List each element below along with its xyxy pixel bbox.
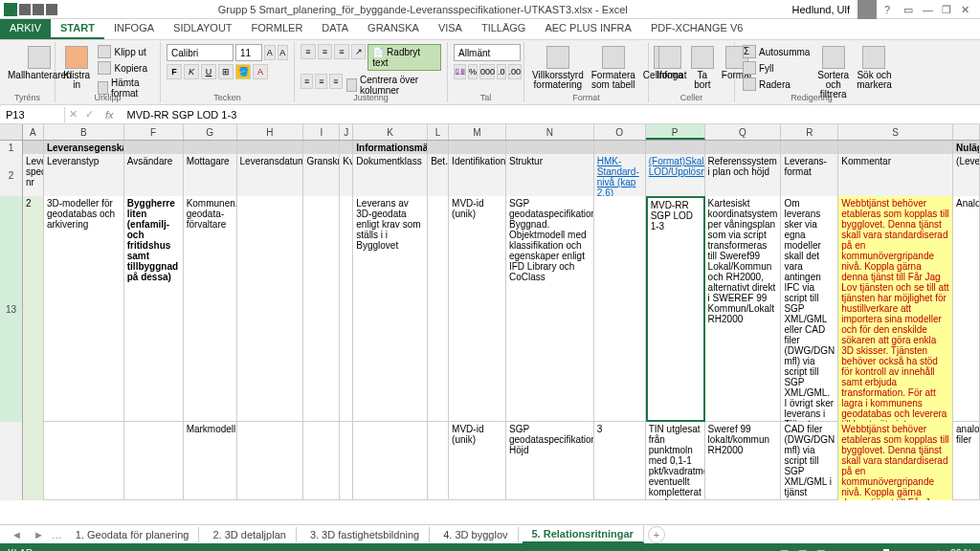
grow-font-icon[interactable]: A [264,45,276,60]
row-header-[interactable] [0,422,23,500]
col-header-R[interactable]: R [781,124,838,140]
close-icon[interactable]: ✕ [961,4,972,15]
tab-tillagg[interactable]: TILLÄGG [472,19,535,39]
cell[interactable] [303,196,340,422]
cell[interactable]: Leverans-format [781,154,838,196]
cell[interactable] [237,196,304,422]
align-center-icon[interactable]: ≡ [315,74,327,89]
cell[interactable] [184,141,237,154]
cell[interactable]: 2 [23,196,44,422]
cell[interactable] [303,141,340,154]
orientation-icon[interactable]: ↗ [351,44,367,59]
spreadsheet-grid[interactable]: ABFGHIJKLMNOPQRS 1LeveransegenskaperInfo… [0,124,980,524]
inc-decimal-icon[interactable]: .0 [497,64,506,79]
cell[interactable]: Bet. [428,154,449,196]
tab-sidlayout[interactable]: SIDLAYOUT [164,19,242,39]
cell[interactable] [237,141,304,154]
cell[interactable]: Leveranstyp [44,154,124,196]
cell[interactable]: Leverans spec nr [23,154,44,196]
view-break-icon[interactable]: ▧ [816,548,825,552]
name-box[interactable]: P13 [0,107,65,122]
tab-aec[interactable]: AEC PLUS Infra [535,19,640,39]
cell[interactable] [594,196,646,422]
cell[interactable] [124,141,184,154]
row-header-2[interactable]: 2 [0,154,23,196]
cell[interactable]: TIN utglesat från punktmoln med 0,1-1 pk… [646,422,705,500]
ribbon-opts-icon[interactable]: ▭ [903,4,915,15]
col-header-N[interactable]: N [506,124,594,140]
qat-undo-icon[interactable] [33,4,44,15]
cell[interactable] [23,422,44,500]
view-normal-icon[interactable]: ▦ [780,548,789,552]
cell[interactable]: Granskni [303,154,340,196]
col-header-S[interactable]: S [838,124,953,140]
fx-icon[interactable]: fx [98,109,122,121]
cell[interactable]: analog filer [953,422,980,500]
view-layout-icon[interactable]: ▤ [798,548,807,552]
border-icon[interactable]: ⊞ [218,64,234,79]
cell[interactable]: 3D-modeller för geodatabas och arkiverin… [44,196,124,422]
cell[interactable] [428,141,449,154]
cell[interactable]: Struktur [506,154,594,196]
qat-redo-icon[interactable] [46,4,57,15]
cell[interactable]: Byggherre liten (enfamilj- och fritidshu… [124,196,184,422]
row-header-13[interactable]: 13 [0,196,23,422]
font-size-select[interactable] [235,44,262,61]
font-color-icon[interactable]: A [253,64,268,79]
format-table-button[interactable]: Formatera som tabell [590,44,637,92]
cell[interactable] [237,422,304,500]
cell[interactable]: Analog [953,196,980,422]
sheet-tab-2[interactable]: 2. 3D detaljplan [203,527,296,542]
cell[interactable] [340,422,353,500]
insert-button[interactable]: Infoga [655,44,685,82]
fill-button[interactable]: Fyll [741,60,812,76]
fill-color-icon[interactable]: 🪣 [235,64,251,79]
col-header-M[interactable]: M [449,124,506,140]
cell[interactable]: Sweref 99 lokalt/kommun RH2000 [705,422,782,500]
cell[interactable]: Leveransdatum [237,154,304,196]
select-all-corner[interactable] [0,124,23,140]
cell[interactable] [303,422,340,500]
cell[interactable]: Markmodell [184,422,237,500]
zoom-level[interactable]: 90 % [950,548,972,552]
percent-icon[interactable]: % [468,64,478,79]
tab-nav-prev[interactable]: ◄ [8,529,26,540]
col-header-A[interactable]: A [23,124,44,140]
align-top-icon[interactable]: ≡ [301,44,316,59]
col-header-G[interactable]: G [184,124,237,140]
bold-icon[interactable]: F [167,64,182,79]
col-header-H[interactable]: H [237,124,304,140]
col-header-I[interactable]: I [303,124,340,140]
cell[interactable]: MVD-id (unik) [449,196,506,422]
find-select-button[interactable]: Sök och markera [855,44,894,92]
qat-save-icon[interactable] [19,4,31,15]
tab-list-icon[interactable]: … [52,529,62,540]
align-right-icon[interactable]: ≡ [329,74,342,89]
cell[interactable]: Kommunen, geodata-förvaltare [184,196,237,422]
cell[interactable]: CAD filer (DWG/DGN mfl) via script till … [781,422,838,500]
col-header-P[interactable]: P [646,124,705,140]
enter-icon[interactable]: ✓ [81,108,98,121]
tab-formler[interactable]: FORMLER [242,19,313,39]
cond-format-button[interactable]: Villkorsstyrd formatering [530,44,586,92]
col-header-[interactable] [953,124,980,140]
align-bot-icon[interactable]: ≡ [334,44,349,59]
tab-pdf[interactable]: PDF-XChange V6 [641,19,753,39]
shrink-font-icon[interactable]: A [278,45,289,60]
tab-arkiv[interactable]: ARKIV [0,19,51,39]
cell[interactable]: Leverans av 3D-geodata enligt krav som s… [353,196,428,422]
delete-button[interactable]: Ta bort [689,44,716,92]
copy-button[interactable]: Kopiera [96,60,154,76]
cell[interactable] [506,141,594,154]
cell[interactable] [353,422,428,500]
cell[interactable]: MVD-RR SGP LOD 1-3 [646,196,705,422]
cell[interactable]: Nuläge [953,141,980,154]
comma-icon[interactable]: 000 [479,64,495,79]
sheet-tab-4[interactable]: 4. 3D bygglov [434,527,518,542]
cell[interactable]: Identifikation [449,154,506,196]
user-photo[interactable] [858,0,877,19]
cell[interactable] [340,196,353,422]
cell[interactable]: (Format)Skala/ LOD/Upplösning [646,154,705,196]
col-header-J[interactable]: J [340,124,353,140]
cut-button[interactable]: Klipp ut [96,44,154,59]
